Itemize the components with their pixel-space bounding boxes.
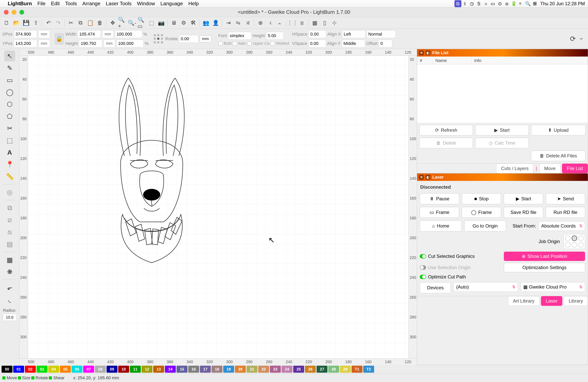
ypos-input[interactable] — [14, 40, 37, 47]
send-button[interactable]: ➤Send — [546, 193, 585, 204]
col-num[interactable]: # — [417, 57, 433, 64]
distribute-v-button[interactable]: ⫼ — [298, 19, 306, 27]
menu-language[interactable]: Language — [160, 0, 183, 7]
swatch-29[interactable]: 29 — [340, 366, 351, 373]
swatch-08[interactable]: 08 — [95, 366, 106, 373]
home-button[interactable]: ⌂Home — [420, 221, 462, 231]
undo-button[interactable]: ↶ — [44, 19, 53, 27]
run-rd-button[interactable]: Run RD file — [546, 207, 585, 218]
rectangle-tool[interactable]: ▭ — [4, 75, 15, 85]
ypos-unit[interactable]: mm — [38, 40, 50, 47]
width-input[interactable] — [78, 30, 101, 38]
delete-all-button[interactable]: 🗑Delete All Files — [531, 151, 586, 161]
grid-array-tool[interactable]: ▦ — [4, 254, 15, 265]
close-panel-icon[interactable]: ✕ — [419, 51, 424, 55]
radial-array-tool[interactable]: ❋ — [4, 266, 15, 277]
monitor-button[interactable]: 🖥 — [169, 19, 178, 27]
collapse-panel-icon[interactable]: ◐ — [426, 51, 430, 55]
center-button[interactable]: ⊕ — [256, 19, 265, 27]
col-info[interactable]: Info — [472, 57, 588, 64]
zoom-out-button[interactable]: 🔍- — [128, 19, 136, 27]
delete-button[interactable]: 🗑 — [96, 19, 104, 27]
anchor-grid[interactable] — [152, 32, 165, 46]
swatch-T1[interactable]: T1 — [352, 366, 362, 373]
swatch-23[interactable]: 23 — [270, 366, 281, 373]
artwork-dog[interactable] — [101, 74, 202, 265]
menu-file[interactable]: File — [37, 0, 45, 7]
menu-laser-tools[interactable]: Laser Tools — [106, 0, 132, 7]
swatch-16[interactable]: 16 — [188, 366, 199, 373]
new-file-button[interactable]: 🗋 — [2, 19, 11, 27]
delete-file-button[interactable]: 🗑Delete — [420, 138, 473, 148]
swatch-00[interactable]: 00 — [1, 366, 12, 373]
maximize-window-button[interactable] — [20, 10, 24, 15]
menu-tools[interactable]: Tools — [65, 0, 77, 7]
tray-audio-icon[interactable]: ⫴ — [462, 1, 468, 6]
col-name[interactable]: Name — [433, 57, 472, 64]
swatch-T2[interactable]: T2 — [363, 366, 374, 373]
zoom-fit-button[interactable]: 🔍▭ — [137, 19, 146, 27]
menu-window[interactable]: Window — [137, 0, 155, 7]
align-left-button[interactable]: ⫞ — [266, 19, 274, 27]
close-window-button[interactable] — [4, 10, 9, 15]
group-button[interactable]: ▦ — [311, 19, 319, 27]
swatch-12[interactable]: 12 — [142, 366, 152, 373]
tab-library[interactable]: Library — [564, 296, 588, 306]
xpos-unit[interactable]: mm — [38, 30, 50, 38]
refresh-button[interactable]: ⟳Refresh — [420, 125, 473, 135]
save-file-button[interactable]: 💾 — [22, 19, 30, 27]
swatch-18[interactable]: 18 — [211, 366, 222, 373]
ungroup-button[interactable]: ▯ — [320, 19, 329, 27]
unit-toggle-button[interactable]: mm — [200, 35, 211, 42]
job-origin-grid[interactable] — [564, 234, 585, 249]
swatch-02[interactable]: 02 — [25, 366, 36, 373]
optimize-cut-path-checkbox[interactable]: Optimize Cut Path — [420, 274, 501, 280]
swatch-26[interactable]: 26 — [305, 366, 316, 373]
tray-search-icon[interactable]: 🔍 — [525, 1, 531, 6]
open-file-button[interactable]: 📂 — [12, 19, 21, 27]
paste-button[interactable]: 📋 — [86, 19, 94, 27]
swatch-17[interactable]: 17 — [200, 366, 211, 373]
start-button[interactable]: ▶Start — [475, 125, 529, 135]
boolean-union-tool[interactable]: ⧉ — [4, 202, 15, 213]
offset-tool[interactable]: ⬐ — [4, 282, 15, 293]
close-panel-icon[interactable]: ✕ — [419, 175, 424, 180]
snap-toggle-button[interactable]: ⫟ — [577, 35, 586, 43]
menubar-clock[interactable]: Thu 20 Jun 12:28 PM — [540, 1, 585, 6]
swatch-21[interactable]: 21 — [247, 366, 257, 373]
swatch-07[interactable]: 07 — [83, 366, 94, 373]
settings-button[interactable]: ⚙ — [179, 19, 188, 27]
tray-wifi-icon[interactable]: ᯤ — [517, 1, 525, 6]
file-list-header[interactable]: ✕ ◐ File List — [417, 49, 588, 57]
offset-input[interactable] — [378, 40, 392, 47]
app-name[interactable]: LightBurn — [8, 0, 32, 7]
align-button[interactable]: ⇥ — [224, 19, 232, 27]
stop-button[interactable]: ■Stop — [462, 193, 501, 204]
tray-s-icon[interactable]: S — [475, 1, 483, 6]
camera-button[interactable]: 📷 — [157, 19, 166, 27]
weld-tool[interactable]: ◟ — [4, 294, 15, 305]
uppercase-checkbox[interactable]: Upper Ca — [247, 41, 270, 46]
swatch-27[interactable]: 27 — [316, 366, 327, 373]
import-button[interactable]: ⇪ — [32, 19, 40, 27]
swatch-09[interactable]: 09 — [106, 366, 117, 373]
boolean-subtract-tool[interactable]: ⧄ — [4, 215, 15, 225]
lock-aspect-button[interactable]: 🔒 — [55, 33, 64, 45]
font-select[interactable] — [228, 32, 252, 40]
width-unit[interactable]: mm — [102, 30, 114, 38]
frame-rect-button[interactable]: ▭Frame — [420, 207, 459, 218]
mirror-v-button[interactable]: ⤮ — [243, 19, 252, 27]
port-select[interactable]: (Auto)⇅ — [454, 282, 518, 292]
height-unit[interactable]: mm — [104, 40, 115, 47]
swatch-10[interactable]: 10 — [118, 366, 129, 373]
cut-button[interactable]: ✂ — [66, 19, 75, 27]
save-rd-button[interactable]: Save RD file — [504, 207, 543, 218]
mirror-h-button[interactable]: ⇋ — [234, 19, 242, 27]
tab-move[interactable]: Move — [539, 164, 561, 173]
dashed-rect-tool[interactable]: ⬚ — [4, 135, 15, 146]
tray-battery-icon[interactable]: 🔋 — [510, 1, 517, 6]
device-settings-button[interactable]: 🛠 — [189, 19, 198, 27]
radius-input[interactable] — [3, 314, 17, 321]
optimization-settings-button[interactable]: Optimization Settings — [504, 263, 585, 272]
swatch-14[interactable]: 14 — [165, 366, 176, 373]
